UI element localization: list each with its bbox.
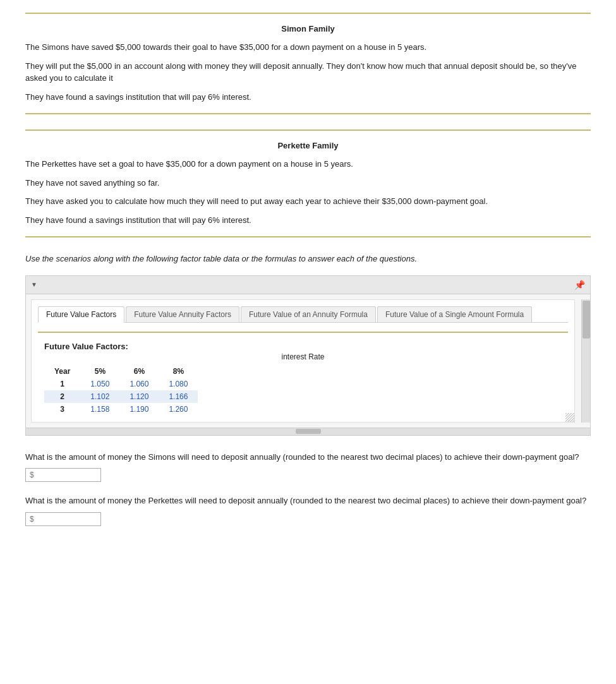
simon-para-2: They will put the $5,000 in an account a… [25,60,591,85]
vertical-scrollbar[interactable] [581,299,590,423]
tab-future-value-annuity-formula[interactable]: Future Value of an Annuity Formula [241,306,376,322]
perkette-body: The Perkettes have set a goal to have $3… [25,158,591,226]
col-header-5pct: 5% [80,365,119,378]
question2-text: What is the amount of money the Perkette… [25,495,591,507]
row1-year: 1 [44,378,80,390]
perkette-section: Perkette Family The Perkettes have set a… [25,129,591,237]
row3-v6: 1.190 [119,403,159,416]
perkette-title: Perkette Family [25,141,591,150]
tabs-row: Future Value Factors Future Value Annuit… [38,306,568,323]
question1-input[interactable] [25,468,101,482]
row3-v5: 1.158 [80,403,119,416]
row2-v5: 1.102 [80,390,119,403]
row1-v5: 1.050 [80,378,119,390]
widget-inner: Future Value Factors Future Value Annuit… [31,299,575,423]
col-header-8pct: 8% [159,365,198,378]
simon-para-1: The Simons have saved $5,000 towards the… [25,41,591,54]
page-container: Simon Family The Simons have saved $5,00… [0,0,616,564]
horizontal-scrollbar[interactable] [26,428,590,435]
fv-table-subtitle: interest Rate [44,352,562,361]
row2-year: 2 [44,390,80,403]
factor-widget: ▼ 📌 Future Value Factors Future Value An… [25,275,591,436]
simon-body: The Simons have saved $5,000 towards the… [25,41,591,103]
question1-input-wrapper [25,468,591,482]
perkette-para-3: They have asked you to calculate how muc… [25,195,591,208]
tab-future-value-single-amount-formula[interactable]: Future Value of a Single Amount Formula [377,306,532,322]
simon-section: Simon Family The Simons have saved $5,00… [25,13,591,114]
table-row: 2 1.102 1.120 1.166 [44,390,198,403]
row2-v6: 1.120 [119,390,159,403]
fv-table: Year 5% 6% 8% 1 1.050 1.060 1.08 [44,365,198,416]
question1-block: What is the amount of money the Simons w… [25,451,591,483]
col-header-6pct: 6% [119,365,159,378]
perkette-para-2: They have not saved anything so far. [25,177,591,189]
row3-v8: 1.260 [159,403,198,416]
widget-header: ▼ 📌 [26,276,590,294]
question2-block: What is the amount of money the Perkette… [25,495,591,526]
tab-future-value-factors[interactable]: Future Value Factors [38,306,124,323]
widget-pin-icon[interactable]: 📌 [574,280,585,290]
widget-toggle-icon[interactable]: ▼ [31,281,37,288]
resize-handle[interactable] [565,413,574,422]
perkette-para-4: They have found a savings institution th… [25,214,591,227]
fv-table-title: Future Value Factors: [44,342,562,351]
perkette-para-1: The Perkettes have set a goal to have $3… [25,158,591,171]
scrollbar-thumb [583,301,590,339]
simon-title: Simon Family [25,24,591,33]
row1-v6: 1.060 [119,378,159,390]
simon-para-3: They have found a savings institution th… [25,91,591,104]
table-row: 1 1.050 1.060 1.080 [44,378,198,390]
col-header-year: Year [44,365,80,378]
fv-table-container: Future Value Factors: interest Rate Year… [38,342,568,416]
question2-input[interactable] [25,512,101,526]
question2-input-wrapper [25,512,591,526]
row1-v8: 1.080 [159,378,198,390]
question1-text: What is the amount of money the Simons w… [25,451,591,464]
tab-future-value-annuity-factors[interactable]: Future Value Annuity Factors [126,306,239,322]
table-row: 3 1.158 1.190 1.260 [44,403,198,416]
row3-year: 3 [44,403,80,416]
row2-v8: 1.166 [159,390,198,403]
hscroll-thumb [296,429,321,434]
instruction-text: Use the scenarios along with the followi… [25,253,591,265]
